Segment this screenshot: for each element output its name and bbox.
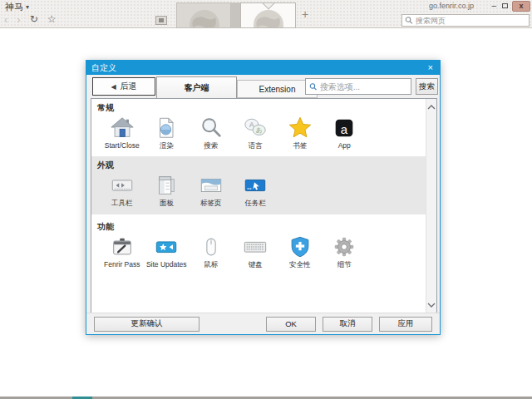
language-icon: A あ [243,116,268,140]
caret-down-icon: ▾ [26,3,29,11]
item-label: 鼠标 [204,260,218,270]
item-label: Fenrir Pass [104,260,140,268]
svg-text:あ: あ [256,126,263,134]
minimize-button[interactable]: – [490,1,498,11]
browser-window: 神马 ▾ ‹ › ↻ ☆ + go.fenrir.co.jp [0,0,532,399]
refresh-icon[interactable]: ↻ [30,13,38,25]
forward-icon[interactable]: › [17,13,20,26]
option-search-input[interactable] [320,82,407,91]
globe-icon [185,6,224,28]
nav-bar: ‹ › ↻ ☆ [4,12,57,27]
fenrir-pass-icon [110,234,135,259]
window-controls: – x [490,0,530,12]
dialog-toolbar: ◀ 后退 客户端 Extension 搜索 [86,75,440,98]
section-features: 功能 Fenrir Pass [91,214,426,313]
browser-tab-active[interactable] [240,2,296,28]
section-general: 常规 Start/Close [91,99,426,156]
option-sections: 常规 Start/Close [91,99,426,313]
item-details[interactable]: 细节 [323,234,367,270]
item-label: Site Updates [146,260,187,268]
item-language[interactable]: A あ 语言 [234,116,278,151]
item-render[interactable]: 渲染 [145,116,190,151]
web-search-input[interactable] [416,17,526,25]
item-toolbar[interactable]: 工具栏 [100,173,145,209]
section-appearance: 外观 工具栏 [91,156,426,214]
item-label: 安全性 [289,260,311,270]
gear-icon [332,234,357,259]
tab-page-icon [199,173,224,198]
item-search[interactable]: 搜索 [189,116,234,151]
item-label: 面板 [160,199,174,209]
item-app[interactable]: a App [323,116,367,151]
new-tab-button[interactable]: + [302,7,308,21]
item-fenrir-pass[interactable]: Fenrir Pass [100,234,145,270]
mouse-icon [199,234,224,259]
item-label: 工具栏 [111,199,133,209]
dialog-title: 自定义 [91,62,116,74]
item-keyboard[interactable]: 键盘 [234,234,278,270]
tab-scroll-strip[interactable] [231,2,240,28]
section-title: 常规 [91,99,426,114]
home-icon [110,116,135,140]
dialog-titlebar: 自定义 × [86,61,440,75]
thumbnail-glyph [159,18,164,22]
item-label: 语言 [249,141,263,151]
item-label: App [338,141,351,150]
render-icon [154,116,179,140]
section-items: Start/Close 渲染 [91,116,426,151]
item-label: 细节 [337,260,352,270]
section-items: 工具栏 面板 [91,173,426,209]
maximize-icon [502,3,508,8]
item-label: 标签页 [200,199,222,209]
item-label: Start/Close [105,141,140,150]
apply-button[interactable]: 应用 [379,317,432,332]
search-button[interactable]: 搜索 [416,78,438,95]
web-search-box[interactable] [401,14,530,27]
back-button[interactable]: ◀ 后退 [92,77,155,96]
back-arrow-icon: ◀ [111,83,116,91]
panel-icon [154,173,179,198]
item-taskbar[interactable]: 任务栏 [234,173,278,209]
app-icon: a [332,116,357,140]
dialog-content: 常规 Start/Close [91,98,437,314]
option-search-box[interactable] [305,78,411,95]
item-mouse[interactable]: 鼠标 [189,234,234,270]
close-window-button[interactable]: x [512,1,530,12]
item-label: 键盘 [249,260,263,270]
search-icon [309,82,318,91]
item-bookmarks[interactable]: 书签 [278,116,323,151]
item-tabs[interactable]: 标签页 [189,173,234,209]
browser-tab-inactive[interactable] [176,2,231,28]
back-button-label: 后退 [121,81,137,92]
tab-client[interactable]: 客户端 [156,76,237,98]
dialog-close-icon[interactable]: × [426,63,435,72]
site-updates-icon [154,234,179,259]
cancel-button[interactable]: 取消 [323,317,372,332]
scrollbar-vertical[interactable] [426,99,436,313]
update-check-button[interactable]: 更新确认 [94,317,200,332]
maximize-button[interactable] [500,3,510,8]
item-security[interactable]: 安全性 [278,234,323,270]
url-label: go.fenrir.co.jp [429,2,474,10]
back-icon[interactable]: ‹ [4,13,7,26]
item-label: 任务栏 [245,199,267,209]
item-panel[interactable]: 面板 [145,173,190,209]
scroll-down-icon[interactable] [427,302,436,308]
tab-thumbnail-toggle-button[interactable] [155,16,167,25]
item-site-updates[interactable]: Site Updates [145,234,190,270]
ok-button[interactable]: OK [266,317,316,332]
browser-chrome: 神马 ▾ ‹ › ↻ ☆ + go.fenrir.co.jp [0,0,532,28]
toolbar-icon [110,173,135,198]
section-title: 外观 [91,156,426,171]
section-title: 功能 [91,218,426,233]
bookmark-star-icon[interactable]: ☆ [47,13,57,25]
magnifier-icon [199,116,224,140]
security-shield-icon [288,234,313,259]
item-start-close[interactable]: Start/Close [100,116,145,151]
scroll-up-icon[interactable] [427,104,436,111]
search-icon [405,16,413,25]
dialog-footer: 更新确认 OK 取消 应用 [86,313,440,334]
keyboard-icon [243,234,268,259]
item-label: 渲染 [160,141,174,151]
section-items: Fenrir Pass Site Updates [91,234,426,270]
